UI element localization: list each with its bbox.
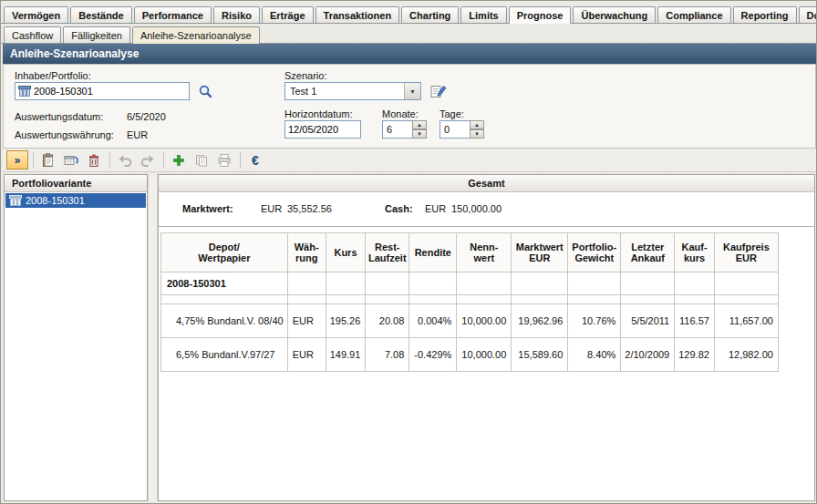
subtab-faelligkeiten[interactable]: Fälligkeiten (63, 26, 130, 44)
tab-bestaende[interactable]: Bestände (70, 6, 132, 24)
tab-vermoegen[interactable]: Vermögen (4, 6, 68, 24)
monate-down-icon[interactable]: ▼ (412, 129, 427, 139)
column-header-kaufkurs[interactable]: Kauf- kurs (675, 233, 715, 273)
column-header-nennwert[interactable]: Nenn- wert (457, 233, 512, 273)
column-header-marktwert[interactable]: Marktwert EUR (512, 233, 568, 273)
tab-dokumente[interactable]: Dokum (799, 6, 816, 24)
empty-cell (512, 273, 568, 295)
toolbar-separator (109, 152, 110, 169)
gesamt-panel: Gesamt Marktwert: EUR 35,552.56 Cash: EU… (158, 174, 815, 501)
tage-stepper[interactable]: 0 ▲ ▼ (440, 120, 484, 139)
empty-cell (457, 273, 512, 295)
print-button[interactable] (213, 150, 235, 170)
empty-cell (568, 295, 621, 304)
szenario-label: Szenario: (284, 70, 326, 81)
delete-button[interactable] (83, 150, 105, 170)
undo-icon (118, 153, 132, 168)
szenario-selected-value: Test 1 (290, 86, 316, 97)
szenario-select[interactable]: Test 1 ▼ (284, 82, 421, 100)
cell-gewicht: 8.40% (568, 338, 621, 372)
column-header-depot-wertpapier[interactable]: Depot/ Wertpapier (161, 233, 288, 273)
subtab-anleihe-szenarioanalyse[interactable]: Anleihe-Szenarioanalyse (132, 26, 260, 44)
column-header-waehrung[interactable]: Wäh- rung (287, 233, 326, 273)
toolbar-separator (240, 152, 241, 169)
chevron-down-icon[interactable]: ▼ (404, 83, 420, 99)
parameter-panel: Inhaber/Portfolio: Szenario: Test 1 ▼ Au… (3, 64, 816, 149)
cell-nennwert: 10,000.00 (457, 304, 512, 338)
horizontdatum-input[interactable] (284, 120, 361, 139)
cell-waehrung: EUR (287, 338, 326, 372)
column-header-kaufpreis[interactable]: Kaufpreis EUR (714, 233, 778, 273)
tab-strip-divider (1, 23, 816, 24)
search-button[interactable] (195, 82, 215, 100)
tab-risiko[interactable]: Risiko (213, 6, 260, 24)
cell-kaufkurs: 116.57 (675, 304, 715, 338)
edit-szenario-button[interactable] (429, 82, 449, 100)
page-title: Anleihe-Szenarioanalyse (3, 44, 816, 64)
euro-icon: € (252, 153, 259, 168)
print-icon (217, 153, 232, 168)
tab-limits[interactable]: Limits (460, 6, 506, 24)
column-header-kurs[interactable]: Kurs (326, 233, 366, 273)
panel-splitter[interactable] (148, 174, 158, 501)
portfolio-variant-label: 2008-150301 (26, 195, 85, 206)
monate-label: Monate: (382, 108, 419, 119)
auswertungswaehrung-value: EUR (127, 129, 148, 140)
cell-kaufpreis: 11,657.00 (714, 304, 778, 338)
recalculate-button[interactable] (60, 150, 82, 170)
inhaber-portfolio-value[interactable] (31, 86, 189, 97)
tab-prognose[interactable]: Prognose (509, 6, 572, 24)
cell-name: 4,75% Bundanl.V. 08/40 (161, 304, 288, 338)
column-header-rendite[interactable]: Rendite (409, 233, 457, 273)
subtab-cashflow[interactable]: Cashflow (4, 26, 61, 44)
column-header-portfolio-gewicht[interactable]: Portfolio- Gewicht (568, 233, 621, 273)
empty-cell (409, 273, 457, 295)
portfoliovariante-panel: Portfoliovariante 2008-150301 (4, 174, 148, 501)
tab-compliance[interactable]: Compliance (657, 6, 730, 24)
redo-button[interactable] (137, 150, 159, 170)
holdings-table: Depot/ Wertpapier Wäh- rung Kurs Rest- L… (160, 232, 779, 372)
auswertungsdatum-value: 6/5/2020 (127, 111, 166, 122)
tage-up-icon[interactable]: ▲ (470, 120, 484, 129)
monate-up-icon[interactable]: ▲ (412, 120, 427, 129)
tage-value[interactable]: 0 (440, 120, 471, 139)
tab-performance[interactable]: Performance (134, 6, 212, 24)
tab-transaktionen[interactable]: Transaktionen (315, 6, 400, 24)
cell-gewicht: 10.76% (568, 304, 621, 338)
gesamt-header: Gesamt (159, 175, 814, 192)
table-group-row[interactable]: 2008-150301 (161, 273, 779, 295)
add-button[interactable] (168, 150, 190, 170)
copy-button[interactable] (191, 150, 212, 170)
group-row-label: 2008-150301 (161, 273, 288, 295)
tab-ueberwachung[interactable]: Überwachung (573, 6, 656, 24)
marktwert-label: Marktwert: (182, 203, 233, 214)
expand-panel-button[interactable]: » (6, 150, 28, 170)
add-icon (171, 153, 186, 168)
undo-button[interactable] (114, 150, 136, 170)
paste-button[interactable] (37, 150, 59, 170)
subtab-strip-divider (1, 43, 816, 44)
empty-cell (675, 273, 715, 295)
empty-cell (326, 273, 366, 295)
tab-reporting[interactable]: Reporting (733, 6, 797, 24)
application-window: Vermögen Bestände Performance Risiko Ert… (0, 0, 817, 504)
table-row[interactable]: 4,75% Bundanl.V. 08/40 EUR 195.26 20.08 … (161, 304, 779, 338)
empty-cell (512, 295, 568, 304)
inhaber-label: Inhaber/Portfolio: (15, 70, 91, 81)
portfolio-variant-item[interactable]: 2008-150301 (5, 193, 146, 208)
column-header-restlaufzeit[interactable]: Rest- Laufzeit (366, 233, 409, 273)
tab-charting[interactable]: Charting (401, 6, 459, 24)
cell-ankauf: 2/10/2009 (621, 338, 675, 372)
column-header-letzter-ankauf[interactable]: Letzter Ankauf (621, 233, 675, 273)
inhaber-portfolio-input[interactable] (15, 82, 190, 100)
empty-cell (675, 295, 715, 304)
tab-ertraege[interactable]: Erträge (262, 6, 314, 24)
cell-nennwert: 10,000.00 (457, 338, 512, 372)
cell-kurs: 149.91 (326, 338, 366, 372)
tage-down-icon[interactable]: ▼ (470, 129, 484, 139)
table-row[interactable]: 6,5% Bundanl.V.97/27 EUR 149.91 7.08 -0.… (161, 338, 779, 372)
gesamt-summary: Marktwert: EUR 35,552.56 Cash: EUR 150,0… (159, 192, 814, 227)
euro-button[interactable]: € (244, 150, 266, 170)
monate-stepper[interactable]: 6 ▲ ▼ (382, 120, 427, 139)
monate-value[interactable]: 6 (382, 120, 413, 139)
